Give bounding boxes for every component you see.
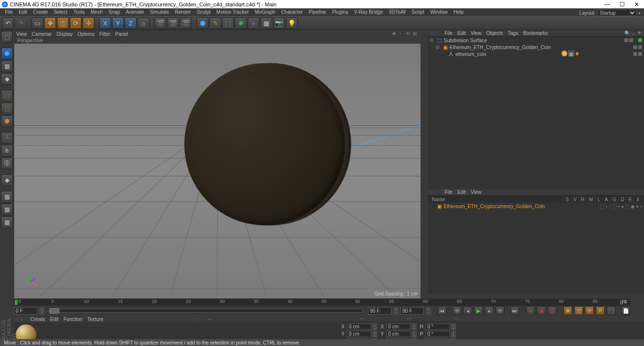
rot-key-button[interactable]: ⟳ bbox=[585, 306, 594, 315]
vp-menu-panel[interactable]: Panel bbox=[115, 31, 128, 37]
pla-key-button[interactable]: ⋮⋮ bbox=[607, 306, 616, 315]
pos-key-button[interactable]: ✥ bbox=[563, 306, 572, 315]
takes-menu-edit[interactable]: Edit bbox=[457, 189, 466, 195]
goto-prev-key-button[interactable]: ⟲ bbox=[452, 306, 461, 315]
frame-start-spinner[interactable]: ▲▼ bbox=[39, 307, 44, 315]
menu-select[interactable]: Select bbox=[51, 8, 70, 16]
rotate-tool[interactable]: ⟳ bbox=[70, 17, 82, 29]
generator-button[interactable]: ❋ bbox=[235, 17, 247, 29]
planar-workplane-button[interactable]: ▦ bbox=[1, 191, 13, 203]
pen-button[interactable]: ✎ bbox=[209, 17, 221, 29]
minimize-button[interactable]: — bbox=[600, 0, 615, 8]
enable-toggle[interactable] bbox=[638, 38, 642, 42]
goto-start-button[interactable]: ⏮ bbox=[438, 306, 447, 315]
frame-range-input[interactable] bbox=[368, 307, 392, 315]
environment-button[interactable]: ▦ bbox=[260, 17, 272, 29]
menu-mograph[interactable]: MoGraph bbox=[252, 8, 279, 16]
mat-menu-create[interactable]: Create bbox=[30, 317, 45, 322]
menu-sculpt[interactable]: Sculpt bbox=[194, 8, 214, 16]
vp-zoom-icon[interactable]: ↕ bbox=[399, 31, 405, 37]
snap-button[interactable]: Ⓢ bbox=[1, 158, 13, 169]
rot-p-input[interactable]: 0 ° bbox=[425, 331, 450, 337]
vp-maximize-icon[interactable]: ⊞ bbox=[413, 31, 419, 37]
menu-plugins[interactable]: Plugins bbox=[329, 8, 351, 16]
light-button[interactable]: 💡 bbox=[286, 17, 298, 29]
eye-icon[interactable]: 👁 bbox=[637, 30, 642, 36]
record-button[interactable]: ● bbox=[526, 306, 535, 315]
nurbs-button[interactable]: ⬚ bbox=[222, 17, 234, 29]
scale-key-button[interactable]: ◫ bbox=[574, 306, 583, 315]
goto-next-key-button[interactable]: ⟳ bbox=[496, 306, 504, 315]
object-tree[interactable]: ⊟ ⬚ Subdivision Surface ⊟ ▣ Ethereum_ETH… bbox=[428, 37, 644, 189]
scale-tool[interactable]: ◫ bbox=[57, 17, 69, 29]
size-y-input[interactable]: 0 cm bbox=[386, 331, 411, 337]
obj-menu-edit[interactable]: Edit bbox=[457, 30, 466, 36]
menu-create[interactable]: Create bbox=[30, 8, 51, 16]
options-button[interactable]: 📄 bbox=[621, 306, 630, 315]
menu-render[interactable]: Render bbox=[172, 8, 194, 16]
param-key-button[interactable]: P bbox=[596, 306, 605, 315]
viewport-3d[interactable]: Grid Spacing : 1 cm bbox=[14, 44, 420, 298]
vp-menu-options[interactable]: Options bbox=[78, 31, 94, 37]
menu-help[interactable]: Help bbox=[450, 8, 467, 16]
menu-mesh[interactable]: Mesh bbox=[88, 8, 106, 16]
tree-row-coin[interactable]: 人 etherium_coin bbox=[428, 51, 644, 57]
autokey-button[interactable]: ◉ bbox=[537, 306, 546, 315]
menu-window[interactable]: Window bbox=[427, 8, 451, 16]
next-frame-button[interactable]: ▸ bbox=[485, 306, 494, 315]
maximize-button[interactable]: ☐ bbox=[615, 0, 629, 8]
model-mode-button[interactable]: ⬢ bbox=[1, 48, 13, 59]
menu-pipeline[interactable]: Pipeline bbox=[306, 8, 329, 16]
tree-row-ethereum[interactable]: ⊟ ▣ Ethereum_ETH_Cryptocurrency_Golden_C… bbox=[428, 44, 644, 51]
rot-h-input[interactable]: 0 ° bbox=[425, 323, 450, 330]
y-axis-button[interactable]: Y bbox=[112, 17, 124, 29]
menu-edit[interactable]: Edit bbox=[16, 8, 30, 16]
prev-frame-button[interactable]: ◂ bbox=[463, 306, 472, 315]
menu-motiontracker[interactable]: Motion Tracker bbox=[214, 8, 252, 16]
coord-system-button[interactable]: ⌂ bbox=[138, 17, 149, 29]
edge-mode-button[interactable]: ⬚ bbox=[1, 103, 13, 114]
move-tool[interactable]: ✥ bbox=[44, 17, 56, 29]
mat-menu-edit[interactable]: Edit bbox=[50, 317, 58, 322]
takes-menu-file[interactable]: File bbox=[445, 189, 452, 195]
menu-3dtoall[interactable]: 3DToAll bbox=[386, 8, 409, 16]
phong-tag-icon[interactable]: ◆ bbox=[575, 51, 581, 56]
tree-row-subdivision[interactable]: ⊟ ⬚ Subdivision Surface bbox=[428, 37, 644, 44]
vp-pan-icon[interactable]: ✥ bbox=[392, 31, 398, 37]
frame-end-input[interactable] bbox=[400, 307, 424, 315]
vp-menu-view[interactable]: View bbox=[16, 31, 27, 37]
mat-menu-texture[interactable]: Texture bbox=[87, 317, 104, 322]
camera-button[interactable]: 📷 bbox=[273, 17, 285, 29]
vp-menu-cameras[interactable]: Cameras bbox=[32, 31, 52, 37]
takes-menu-view[interactable]: View bbox=[471, 189, 481, 195]
viewport-solo-button[interactable]: 🖱 bbox=[1, 145, 13, 157]
search-icon[interactable]: 🔍 bbox=[624, 30, 630, 36]
frame-start-input[interactable] bbox=[14, 307, 37, 315]
play-button[interactable]: ▶ bbox=[474, 306, 483, 315]
goto-end-button[interactable]: ⏭ bbox=[510, 306, 519, 315]
take-row-main[interactable]: ▣ Ethereum_ETH_Cryptocurrency_Golden_Coi… bbox=[428, 203, 644, 210]
locked-workplane-button[interactable]: ◆ bbox=[1, 174, 13, 186]
pos-x-input[interactable]: 0 cm bbox=[347, 323, 371, 330]
workplane-button[interactable]: ◆ bbox=[1, 73, 13, 85]
menu-simulate[interactable]: Simulate bbox=[147, 8, 172, 16]
point-mode-button[interactable]: ⬚ bbox=[1, 90, 13, 102]
render-settings-button[interactable]: 🎬 bbox=[180, 17, 192, 29]
deformer-button[interactable]: ◈ bbox=[248, 17, 259, 29]
undo-button[interactable]: ↶ bbox=[2, 17, 14, 29]
x-axis-button[interactable]: X bbox=[99, 17, 111, 29]
layout-select[interactable]: Startup bbox=[597, 9, 637, 16]
render-region-button[interactable]: 🎬 bbox=[167, 17, 179, 29]
timeline-range-slider[interactable] bbox=[49, 309, 363, 313]
material-tag-icon[interactable] bbox=[561, 51, 567, 56]
keyframe-button[interactable]: ⊙ bbox=[548, 306, 557, 315]
axis-mode-button[interactable]: └ bbox=[1, 132, 13, 144]
menu-character[interactable]: Character bbox=[278, 8, 306, 16]
interactive-workplane-button[interactable]: ▦ bbox=[1, 216, 13, 228]
timeline-playhead[interactable] bbox=[15, 300, 18, 305]
frame-range-spinner[interactable]: ▲▼ bbox=[393, 307, 398, 315]
menu-vraybridge[interactable]: V-Ray Bridge bbox=[351, 8, 386, 16]
checker-tag-icon[interactable]: ▦ bbox=[568, 51, 574, 56]
texture-mode-button[interactable]: ▦ bbox=[1, 60, 13, 72]
menu-animate[interactable]: Animate bbox=[123, 8, 147, 16]
